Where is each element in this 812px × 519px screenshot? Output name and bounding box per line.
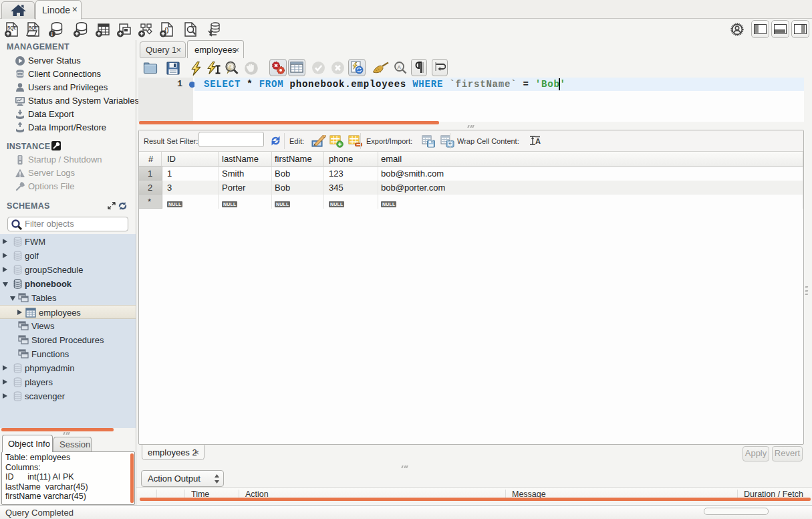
svg-text:A: A <box>535 137 541 145</box>
svg-text:SQL: SQL <box>29 25 37 31</box>
svg-text:SQL: SQL <box>7 25 16 31</box>
svg-text:A: A <box>398 64 402 70</box>
